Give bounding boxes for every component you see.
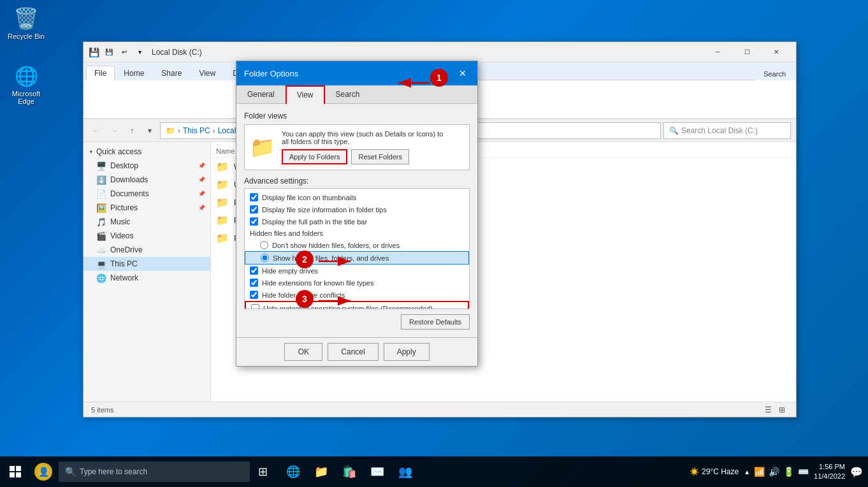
clock-date: 11/4/2022 [814,472,845,481]
weather-icon: ☀️ [690,467,699,476]
title-bar-title: Local Disk (C:) [152,48,703,57]
cb-hide-protected-os[interactable] [251,304,259,309]
setting-hide-extensions[interactable]: Hide extensions for known file types [245,277,469,289]
tab-share[interactable]: Share [153,66,190,80]
search-placeholder-text: Search Local Disk (C:) [681,126,758,135]
back-button[interactable]: ← [89,123,104,138]
cancel-button[interactable]: Cancel [328,343,378,361]
network-nav-icon: 🌐 [96,273,106,283]
sidebar-item-downloads[interactable]: ⬇️ Downloads 📌 [83,173,210,187]
taskbar-search-icon: 🔍 [65,467,76,477]
window-controls: ─ ☐ ✕ [703,42,791,62]
qa-save-btn[interactable]: 💾 [102,45,116,59]
desktop-nav-icon: 🖥️ [96,161,106,171]
rb-dont-show-hidden[interactable] [260,241,268,249]
settings-list[interactable]: Display file icon on thumbnails Display … [244,188,470,309]
tray-keyboard-icon[interactable]: ⌨️ [798,467,809,477]
setting-file-size-info[interactable]: Display file size information in folder … [245,203,469,215]
tab-home[interactable]: Home [115,66,152,80]
qa-dropdown-btn[interactable]: ▾ [133,45,147,59]
status-bar: 5 items ☰ ⊞ [83,402,796,417]
restore-defaults-button[interactable]: Restore Defaults [401,314,470,330]
tray-chevron-icon[interactable]: ▲ [744,469,750,476]
large-icons-view-btn[interactable]: ⊞ [776,403,788,416]
setting-show-hidden[interactable]: Show hidden files, folders, and drives [245,251,469,265]
notification-icon[interactable]: 💬 [850,466,863,478]
cb-hide-extensions[interactable] [250,279,258,287]
taskbar-search[interactable]: 🔍 Type here to search [59,462,250,482]
setting-full-path[interactable]: Display the full path in the title bar [245,215,469,228]
setting-file-icon-thumbnails[interactable]: Display file icon on thumbnails [245,191,469,203]
start-button[interactable] [0,456,31,487]
cortana-icon[interactable]: 👤 [31,459,56,484]
taskbar-file-explorer-icon[interactable]: 📁 [308,459,334,484]
qa-undo-btn[interactable]: ↩ [117,45,131,59]
sidebar-item-onedrive[interactable]: ☁️ OneDrive [83,243,210,257]
tray-network-icon[interactable]: 📶 [754,467,765,477]
task-view-button[interactable]: ⊞ [250,459,275,484]
tab-view[interactable]: View [191,66,224,80]
sidebar-item-videos[interactable]: 🎬 Videos [83,229,210,243]
setting-hide-protected-os[interactable]: Hide protected operating system files (R… [245,301,469,309]
recent-locations-button[interactable]: ▾ [142,123,157,138]
folder-icon-windows: 📁 [216,161,229,173]
cb-file-size-info[interactable] [250,205,258,214]
nav-panel: ▼ Quick access 🖥️ Desktop 📌 ⬇️ Downloads… [83,142,211,402]
dialog-title-bar: Folder Options ✕ [236,61,477,85]
sidebar-item-this-pc[interactable]: 💻 This PC [83,257,210,271]
tray-battery-icon[interactable]: 🔋 [783,467,794,477]
rb-show-hidden[interactable] [261,254,269,262]
cb-hide-merge[interactable] [250,291,258,299]
title-bar: 💾 💾 ↩ ▾ Local Disk (C:) ─ ☐ ✕ [83,42,796,62]
dialog-footer: OK Cancel Apply [236,337,477,366]
setting-dont-show-hidden[interactable]: Don't show hidden files, folders, or dri… [245,239,469,251]
up-button[interactable]: ↑ [124,123,140,138]
tray-volume-icon[interactable]: 🔊 [769,467,779,477]
apply-to-folders-button[interactable]: Apply to Folders [282,149,347,164]
folder-icon-perflogs: 📁 [216,232,229,245]
setting-hide-merge-conflicts[interactable]: Hide folder merge conflicts [245,289,469,301]
taskbar-edge-icon[interactable]: 🌐 [280,459,306,484]
sidebar-item-desktop[interactable]: 🖥️ Desktop 📌 [83,159,210,173]
dialog-tab-general[interactable]: General [236,85,286,104]
apply-button[interactable]: Apply [384,343,430,361]
quick-access-header[interactable]: ▼ Quick access [83,145,210,159]
address-sep: › [213,126,215,135]
quick-access-buttons: 💾 ↩ ▾ [102,45,147,59]
cb-hide-empty-drives[interactable] [250,266,258,275]
documents-nav-icon: 📄 [96,189,106,199]
taskbar-app-icons: 🌐 📁 🛍️ ✉️ 👥 [280,459,418,484]
tray-clock[interactable]: 1:56 PM 11/4/2022 [814,462,845,482]
desktop: 🗑️ Recycle Bin 🌐 Microsoft Edge 💾 💾 ↩ ▾ … [0,0,868,487]
edge-icon[interactable]: 🌐 Microsoft Edge [3,61,49,108]
recycle-bin-icon[interactable]: 🗑️ Recycle Bin [3,3,49,43]
taskbar-teams-icon[interactable]: 👥 [393,459,418,484]
forward-button[interactable]: → [106,123,122,138]
sidebar-item-documents[interactable]: 📄 Documents 📌 [83,187,210,201]
tab-file[interactable]: File [86,66,115,81]
sidebar-item-network[interactable]: 🌐 Network [83,271,210,285]
taskbar-mail-icon[interactable]: ✉️ [365,459,390,484]
minimize-button[interactable]: ─ [703,42,732,62]
sidebar-item-pictures[interactable]: 🖼️ Pictures 📌 [83,201,210,215]
folder-icon-users: 📁 [216,178,229,191]
reset-folders-button[interactable]: Reset Folders [351,149,409,164]
maximize-button[interactable]: ☐ [732,42,762,62]
search-bar[interactable]: 🔍 Search Local Disk (C:) [663,122,791,139]
cb-file-icon-thumbnails[interactable] [250,193,258,201]
dialog-tab-view[interactable]: View [286,85,325,105]
taskbar-store-icon[interactable]: 🛍️ [336,459,362,484]
folder-views-buttons: Apply to Folders Reset Folders [282,149,464,164]
address-pc: 📁 [166,126,175,135]
ok-button[interactable]: OK [284,343,322,361]
dialog-close-button[interactable]: ✕ [456,66,470,80]
cb-full-path[interactable] [250,217,258,226]
close-button[interactable]: ✕ [762,42,791,62]
dialog-tab-search[interactable]: Search [325,85,371,104]
tray-weather[interactable]: ☀️ 29°C Haze [690,467,739,476]
setting-hide-empty-drives[interactable]: Hide empty drives [245,265,469,277]
details-view-btn[interactable]: ☰ [762,403,774,416]
restore-defaults-area: Restore Defaults [244,314,470,330]
setting-hidden-files-group: Hidden files and folders [245,228,469,239]
sidebar-item-music[interactable]: 🎵 Music [83,215,210,229]
